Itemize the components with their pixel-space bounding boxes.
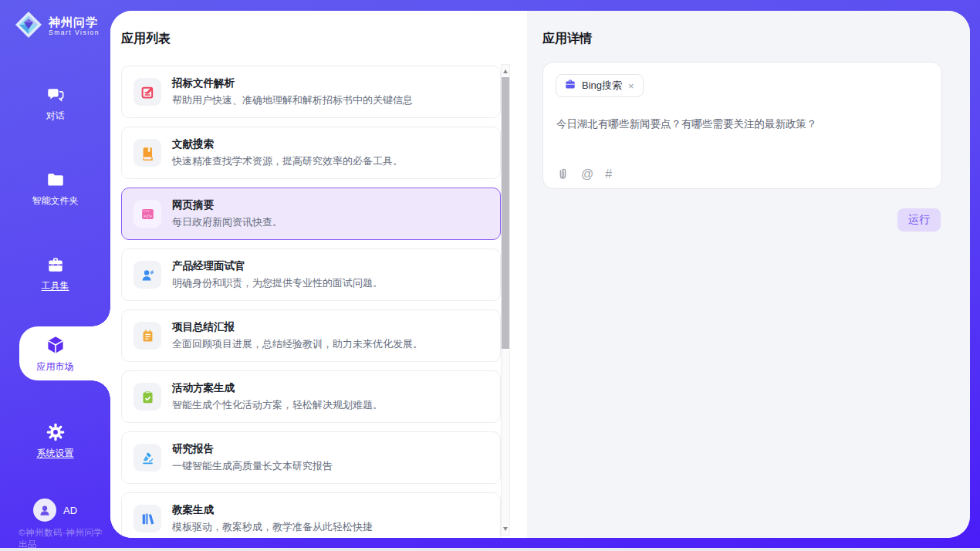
app-card[interactable]: </>网页摘要每日政府新闻资讯快查。 xyxy=(121,188,501,240)
research-icon xyxy=(133,444,161,472)
briefcase-icon xyxy=(564,78,576,93)
app-card[interactable]: 文献搜索快速精准查找学术资源，提高研究效率的必备工具。 xyxy=(121,127,501,179)
tool-chip-bing-search[interactable]: Bing搜索 × xyxy=(556,74,644,97)
attachment-toolbar: @ # xyxy=(556,167,612,181)
app-card-title: 产品经理面试官 xyxy=(172,259,383,273)
cube-icon xyxy=(45,334,66,356)
user-account[interactable]: AD xyxy=(0,499,110,522)
app-card-text: 产品经理面试官明确身份和职责，为您提供专业性的面试问题。 xyxy=(172,259,383,290)
books-icon xyxy=(133,505,161,532)
sidebar-item-label: 智能文件夹 xyxy=(32,194,79,208)
sidebar-item-label: 工具集 xyxy=(42,279,69,292)
sidebar-item-label: 对话 xyxy=(46,110,65,123)
app-card-text: 招标文件解析帮助用户快速、准确地理解和解析招标书中的关键信息 xyxy=(172,76,413,107)
app-card-description: 每日政府新闻资讯快查。 xyxy=(172,215,282,229)
app-detail-pane: 应用详情 Bing搜索 × 今日湖北有哪些新闻要点？有哪些需要关注的最新政策？ … xyxy=(527,11,970,538)
app-card-description: 明确身份和职责，为您提供专业性的面试问题。 xyxy=(172,276,383,290)
app-card-text: 文献搜索快速精准查找学术资源，提高研究效率的必备工具。 xyxy=(172,137,403,168)
sidebar-item-label: 系统设置 xyxy=(37,447,74,460)
app-card[interactable]: 产品经理面试官明确身份和职责，为您提供专业性的面试问题。 xyxy=(121,248,501,301)
avatar xyxy=(33,499,56,522)
chat-icon xyxy=(46,85,66,105)
prompt-card: Bing搜索 × 今日湖北有哪些新闻要点？有哪些需要关注的最新政策？ @ # xyxy=(542,62,942,189)
app-card-text: 网页摘要每日政府新闻资讯快查。 xyxy=(172,198,282,229)
app-card-description: 快速精准查找学术资源，提高研究效率的必备工具。 xyxy=(172,154,403,168)
app-card-title: 招标文件解析 xyxy=(172,76,413,90)
browser-code-icon: </> xyxy=(133,200,161,228)
copyright-footer: ©神州数码·神州问学出品 xyxy=(19,527,110,550)
diamond-logo-icon xyxy=(14,10,43,42)
clipboard-check-icon xyxy=(133,383,161,411)
app-card-text: 研究报告一键智能生成高质量长文本研究报告 xyxy=(172,442,333,473)
sidebar-item-cube[interactable]: 应用市场 xyxy=(0,326,110,380)
app-card-title: 研究报告 xyxy=(172,442,333,456)
tool-chip-label: Bing搜索 xyxy=(582,79,622,93)
hash-icon[interactable]: # xyxy=(605,168,612,181)
app-list-pane: 应用列表 招标文件解析帮助用户快速、准确地理解和解析招标书中的关键信息文献搜索快… xyxy=(110,11,527,538)
app-list-title: 应用列表 xyxy=(121,31,171,47)
app-card-title: 项目总结汇报 xyxy=(172,320,423,334)
sidebar: 神州问学 Smart Vision 对话智能文件夹工具集应用市场系统设置 AD … xyxy=(0,0,110,551)
gear-icon xyxy=(46,422,66,442)
paperclip-icon[interactable] xyxy=(556,167,569,181)
brand-subtitle: Smart Vision xyxy=(49,29,100,36)
app-card[interactable]: 活动方案生成智能生成个性化活动方案，轻松解决规划难题。 xyxy=(121,370,501,423)
main-panel: 应用列表 招标文件解析帮助用户快速、准确地理解和解析招标书中的关键信息文献搜索快… xyxy=(110,11,970,538)
app-card-text: 活动方案生成智能生成个性化活动方案，轻松解决规划难题。 xyxy=(172,381,383,412)
bottom-edge-strip xyxy=(0,548,980,551)
app-card-list: 招标文件解析帮助用户快速、准确地理解和解析招标书中的关键信息文献搜索快速精准查找… xyxy=(121,66,501,538)
app-card-description: 帮助用户快速、准确地理解和解析招标书中的关键信息 xyxy=(172,93,413,107)
app-card[interactable]: 项目总结汇报全面回顾项目进展，总结经验教训，助力未来优化发展。 xyxy=(121,309,501,362)
scroll-up-icon[interactable] xyxy=(502,66,509,76)
chip-close-icon[interactable]: × xyxy=(627,80,635,92)
svg-text:</>: </> xyxy=(144,213,152,218)
book-icon xyxy=(133,139,161,167)
brand-logo: 神州问学 Smart Vision xyxy=(14,10,100,42)
app-card-description: 一键智能生成高质量长文本研究报告 xyxy=(172,459,333,473)
app-card-text: 项目总结汇报全面回顾项目进展，总结经验教训，助力未来优化发展。 xyxy=(172,320,423,351)
tab-notch-bottom xyxy=(92,380,110,399)
user-initials: AD xyxy=(63,505,77,516)
prompt-text[interactable]: 今日湖北有哪些新闻要点？有哪些需要关注的最新政策？ xyxy=(556,117,928,132)
sidebar-item-chat[interactable]: 对话 xyxy=(0,81,110,126)
interviewer-icon xyxy=(133,261,161,289)
at-mention-icon[interactable]: @ xyxy=(581,168,593,181)
app-card[interactable]: 研究报告一键智能生成高质量长文本研究报告 xyxy=(121,431,501,484)
brand-name: 神州问学 xyxy=(49,16,100,29)
app-card-title: 教案生成 xyxy=(172,503,373,517)
scrollbar[interactable] xyxy=(501,64,510,536)
app-detail-title: 应用详情 xyxy=(542,31,592,47)
app-card-title: 文献搜索 xyxy=(172,137,403,151)
scrollbar-thumb[interactable] xyxy=(502,77,509,349)
scroll-down-icon[interactable] xyxy=(502,523,509,534)
toolbox-icon xyxy=(46,255,66,275)
run-button[interactable]: 运行 xyxy=(897,208,941,232)
app-card-text: 教案生成模板驱动，教案秒成，教学准备从此轻松快捷 xyxy=(172,503,373,534)
document-edit-icon xyxy=(133,78,161,106)
tab-notch-top xyxy=(92,308,110,326)
app-card[interactable]: 教案生成模板驱动，教案秒成，教学准备从此轻松快捷 xyxy=(121,492,501,538)
notepad-icon xyxy=(133,322,161,350)
folder-icon xyxy=(46,170,66,190)
sidebar-item-label: 应用市场 xyxy=(37,360,74,374)
app-card-title: 网页摘要 xyxy=(172,198,282,212)
app-card-title: 活动方案生成 xyxy=(172,381,383,395)
app-card[interactable]: 招标文件解析帮助用户快速、准确地理解和解析招标书中的关键信息 xyxy=(121,66,501,118)
sidebar-item-toolbox[interactable]: 工具集 xyxy=(0,251,110,296)
app-card-description: 全面回顾项目进展，总结经验教训，助力未来优化发展。 xyxy=(172,337,423,351)
app-card-description: 模板驱动，教案秒成，教学准备从此轻松快捷 xyxy=(172,520,373,534)
app-card-description: 智能生成个性化活动方案，轻松解决规划难题。 xyxy=(172,398,383,412)
sidebar-item-folder[interactable]: 智能文件夹 xyxy=(0,166,110,211)
sidebar-item-gear[interactable]: 系统设置 xyxy=(0,418,110,463)
